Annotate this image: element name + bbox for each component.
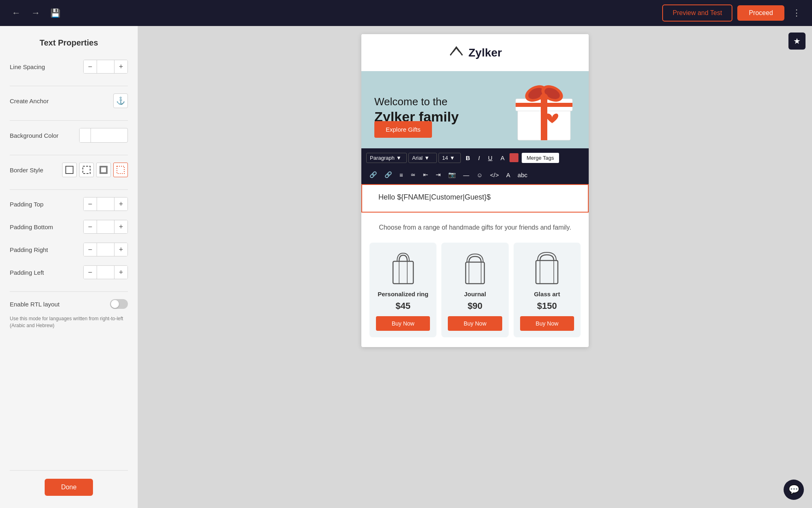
color-swatch[interactable] bbox=[80, 128, 91, 143]
done-button[interactable]: Done bbox=[45, 479, 93, 496]
background-color-row: Background Color #ffffff bbox=[10, 128, 128, 143]
code-button[interactable]: </> bbox=[487, 169, 502, 181]
product-name-1: Personalized ring bbox=[376, 291, 430, 297]
border-double[interactable] bbox=[96, 163, 111, 177]
border-dotted-orange[interactable] bbox=[113, 163, 128, 177]
line-spacing-increase[interactable]: + bbox=[114, 60, 127, 73]
size-select[interactable]: 14 ▼ bbox=[438, 153, 461, 163]
rtl-row: Enable RTL layout bbox=[10, 299, 128, 309]
undo-button[interactable]: ← bbox=[8, 5, 24, 21]
padding-top-label: Padding Top bbox=[10, 201, 83, 208]
explore-gifts-button[interactable]: Explore Gifts bbox=[374, 121, 432, 138]
align-button[interactable]: ― bbox=[460, 169, 473, 181]
strikethrough-button[interactable]: abc bbox=[514, 169, 531, 181]
line-spacing-stepper: − 2.4 + bbox=[83, 60, 128, 74]
padding-top-row: Padding Top − 15 + bbox=[10, 197, 128, 211]
topbar: ← → 💾 Preview and Test Proceed ⋮ bbox=[0, 0, 812, 26]
italic-button[interactable]: I bbox=[475, 152, 483, 164]
product-card-1: Personalized ring $45 Buy Now bbox=[369, 243, 436, 337]
paragraph-select[interactable]: Paragraph ▼ bbox=[366, 153, 407, 163]
line-spacing-value[interactable]: 2.4 bbox=[97, 60, 114, 73]
chat-button[interactable]: 💬 bbox=[784, 480, 804, 500]
rtl-label: Enable RTL layout bbox=[10, 301, 110, 308]
hero-section: Welcome to the Zylker family Explore Gif… bbox=[361, 71, 589, 148]
text-toolbar-row1: Paragraph ▼ Arial ▼ 14 ▼ B I U A Merge T… bbox=[361, 148, 589, 167]
padding-bottom-increase[interactable]: + bbox=[114, 220, 127, 233]
svg-rect-4 bbox=[117, 166, 124, 174]
padding-right-decrease[interactable]: − bbox=[84, 243, 97, 256]
line-spacing-row: Line Spacing − 2.4 + bbox=[10, 60, 128, 74]
topbar-left-controls: ← → 💾 bbox=[8, 5, 63, 21]
product-price-1: $45 bbox=[376, 301, 430, 311]
padding-left-decrease[interactable]: − bbox=[84, 266, 97, 279]
product-icon-1 bbox=[385, 249, 421, 286]
border-solid[interactable] bbox=[62, 163, 77, 177]
redo-button[interactable]: → bbox=[28, 5, 44, 21]
padding-right-increase[interactable]: + bbox=[114, 243, 127, 256]
svg-rect-14 bbox=[393, 261, 413, 284]
product-card-3: Glass art $150 Buy Now bbox=[514, 243, 581, 337]
products-grid: Personalized ring $45 Buy Now bbox=[361, 243, 589, 347]
font-family-button[interactable]: A bbox=[503, 169, 514, 181]
product-name-3: Glass art bbox=[520, 291, 574, 297]
product-price-2: $90 bbox=[448, 301, 502, 311]
editable-text-area[interactable]: Hello ${FNAME|Customer|Guest}$ bbox=[361, 184, 589, 213]
emoji-button[interactable]: ☺ bbox=[473, 169, 486, 181]
color-picker-swatch[interactable] bbox=[510, 153, 518, 162]
main-layout: Text Properties Line Spacing − 2.4 + Cre… bbox=[0, 26, 812, 508]
list-ordered-button[interactable]: ≃ bbox=[407, 169, 419, 181]
font-chevron: ▼ bbox=[424, 155, 430, 161]
line-spacing-decrease[interactable]: − bbox=[84, 60, 97, 73]
border-options bbox=[62, 163, 128, 177]
padding-top-increase[interactable]: + bbox=[114, 198, 127, 211]
color-input-wrap[interactable]: #ffffff bbox=[79, 128, 128, 143]
padding-bottom-value[interactable]: 7 bbox=[97, 220, 114, 233]
rtl-toggle[interactable] bbox=[110, 299, 128, 309]
image-insert-button[interactable]: 📷 bbox=[445, 169, 459, 181]
logo-text: Zylker bbox=[469, 46, 502, 59]
padding-top-value[interactable]: 15 bbox=[97, 198, 114, 211]
more-options-button[interactable]: ⋮ bbox=[789, 6, 804, 20]
padding-bottom-decrease[interactable]: − bbox=[84, 220, 97, 233]
email-container: Zylker Welcome to the Zylker family Expl… bbox=[361, 34, 589, 347]
merge-tags-button[interactable]: Merge Tags bbox=[522, 153, 559, 163]
buy-button-1[interactable]: Buy Now bbox=[376, 316, 430, 331]
buy-button-3[interactable]: Buy Now bbox=[520, 316, 574, 331]
indent-less-button[interactable]: ⇤ bbox=[420, 169, 432, 181]
product-name-2: Journal bbox=[448, 291, 502, 297]
bold-button[interactable]: B bbox=[462, 152, 473, 164]
product-price-3: $150 bbox=[520, 301, 574, 311]
preview-test-button[interactable]: Preview and Test bbox=[662, 4, 733, 22]
product-icon-2 bbox=[457, 249, 493, 286]
padding-left-value[interactable]: 50 bbox=[97, 266, 114, 279]
product-icon-3 bbox=[529, 249, 565, 286]
line-spacing-label: Line Spacing bbox=[10, 63, 83, 70]
editable-text-content: Hello ${FNAME|Customer|Guest}$ bbox=[378, 193, 490, 201]
svg-rect-8 bbox=[516, 103, 572, 107]
proceed-button[interactable]: Proceed bbox=[737, 5, 784, 21]
hero-image bbox=[508, 71, 581, 148]
text-color-button[interactable]: A bbox=[497, 152, 508, 164]
color-text-input[interactable]: #ffffff bbox=[91, 132, 127, 139]
bookmark-button[interactable]: ★ bbox=[788, 33, 806, 50]
unlink-button[interactable]: 🔗 bbox=[381, 169, 395, 181]
font-select[interactable]: Arial ▼ bbox=[408, 153, 437, 163]
save-button[interactable]: 💾 bbox=[47, 5, 63, 21]
padding-right-value[interactable]: 50 bbox=[97, 243, 114, 256]
padding-top-decrease[interactable]: − bbox=[84, 198, 97, 211]
list-unordered-button[interactable]: ≡ bbox=[396, 169, 406, 181]
email-logo: Zylker bbox=[361, 34, 589, 71]
create-anchor-button[interactable]: ⚓ bbox=[113, 93, 128, 108]
link-button[interactable]: 🔗 bbox=[366, 169, 380, 181]
svg-rect-20 bbox=[536, 261, 558, 284]
padding-left-label: Padding Left bbox=[10, 269, 83, 276]
padding-right-row: Padding Right − 50 + bbox=[10, 243, 128, 256]
indent-more-button[interactable]: ⇥ bbox=[432, 169, 444, 181]
border-dashed[interactable] bbox=[79, 163, 94, 177]
font-label: Arial bbox=[412, 155, 423, 161]
padding-left-increase[interactable]: + bbox=[114, 266, 127, 279]
svg-rect-0 bbox=[66, 166, 73, 174]
create-anchor-row: Create Anchor ⚓ bbox=[10, 93, 128, 108]
underline-button[interactable]: U bbox=[485, 152, 496, 164]
buy-button-2[interactable]: Buy Now bbox=[448, 316, 502, 331]
